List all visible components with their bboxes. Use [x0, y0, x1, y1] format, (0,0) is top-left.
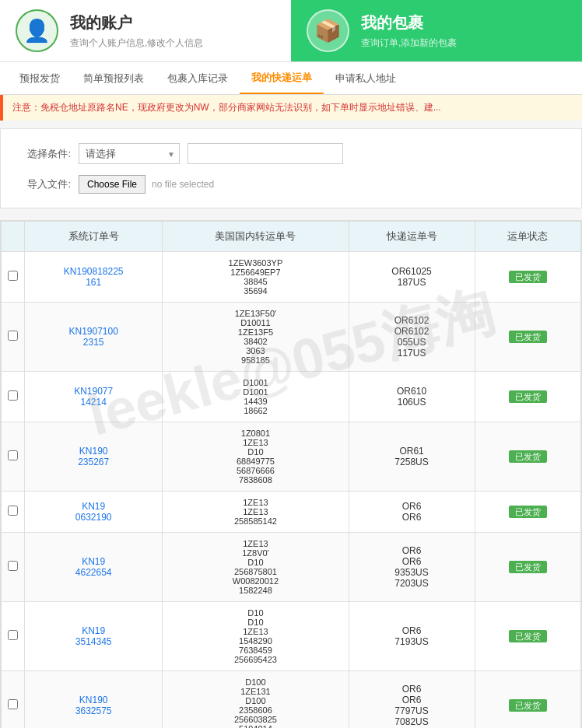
- order-number-cell: KN190818225 161: [25, 252, 163, 303]
- order-number-cell: KN19 0632190: [25, 492, 163, 533]
- domestic-number: 1ZE13F50': [235, 309, 276, 318]
- nav-item-warehouse[interactable]: 包裹入库记录: [156, 64, 240, 93]
- file-name-label: no file selected: [152, 179, 214, 190]
- express-number: OR6102: [394, 315, 429, 326]
- table-row: KN19 3514345D10D101ZE1315482907638459256…: [2, 602, 581, 671]
- express-number-cell: OR6OR6: [349, 492, 475, 533]
- status-badge: 已发货: [509, 699, 547, 712]
- express-number-cell: OR6102OR6102055US117US: [349, 303, 475, 372]
- nav-item-preshipment[interactable]: 预报发货: [8, 64, 72, 93]
- express-number-cell: OR67193US: [349, 602, 475, 671]
- account-title: 我的账户: [70, 12, 203, 33]
- domestic-number: 18662: [244, 406, 268, 415]
- express-number-cell: OR610106US: [349, 372, 475, 422]
- col-express: 快递运单号: [349, 222, 475, 252]
- table-row: KN190 2352671Z08011ZE13D1068849775568766…: [2, 422, 581, 492]
- order-link-2[interactable]: 161: [86, 277, 101, 288]
- row-checkbox[interactable]: [8, 331, 18, 341]
- domestic-number-cell: 1ZE131Z8V0'D10256875801W008200121582248: [163, 533, 349, 602]
- row-checkbox-cell: [2, 252, 25, 303]
- nav-item-private-address[interactable]: 申请私人地址: [324, 64, 408, 93]
- file-row: 导入文件: Choose File no file selected: [16, 175, 566, 194]
- table-row: KN1907100 23151ZE13F50'D100111ZE13F53840…: [2, 303, 581, 372]
- domestic-number: 38845: [244, 277, 268, 286]
- row-checkbox[interactable]: [8, 630, 18, 640]
- status-cell: 已发货: [475, 372, 580, 422]
- express-number-cell: OR6OR69353US7203US: [349, 533, 475, 602]
- row-checkbox-cell: [2, 671, 25, 729]
- order-link[interactable]: KN190: [79, 446, 108, 457]
- express-number-cell: OR617258US: [349, 422, 475, 492]
- order-link-2[interactable]: 0632190: [75, 512, 112, 523]
- domestic-number: D10011: [240, 318, 271, 327]
- express-number: OR6: [402, 545, 422, 556]
- choose-file-button[interactable]: Choose File: [79, 175, 146, 194]
- order-number-cell: KN19077 14214: [25, 372, 163, 422]
- domestic-number: 1ZE13: [243, 627, 268, 636]
- express-number: 7203US: [394, 578, 428, 589]
- express-number-cell: OR6OR67797US7082US: [349, 671, 475, 729]
- order-link[interactable]: KN190: [79, 695, 108, 705]
- domestic-number: 1ZE13F5: [238, 327, 273, 337]
- order-link[interactable]: KN19: [82, 501, 105, 512]
- order-link[interactable]: KN19: [82, 625, 105, 636]
- row-checkbox-cell: [2, 303, 25, 372]
- domestic-number: 1582248: [239, 586, 272, 595]
- parcel-text: 我的包裹 查询订单,添加新的包裹: [361, 12, 457, 50]
- order-link[interactable]: KN190818225: [64, 266, 124, 277]
- domestic-number-cell: 1ZE131ZE13258585142: [163, 492, 349, 533]
- domestic-number: 1Z0801: [241, 429, 270, 438]
- order-link-2[interactable]: 4622654: [75, 567, 112, 578]
- domestic-number: D10: [247, 447, 263, 457]
- order-link[interactable]: KN19077: [74, 386, 113, 397]
- express-number: OR6102: [394, 326, 429, 337]
- express-number: OR6: [402, 684, 422, 695]
- row-checkbox[interactable]: [8, 450, 18, 460]
- col-status: 运单状态: [475, 222, 580, 252]
- express-number: 117US: [398, 348, 426, 359]
- order-link-2[interactable]: 14214: [80, 397, 106, 408]
- row-checkbox[interactable]: [8, 271, 18, 281]
- order-link[interactable]: KN19: [82, 556, 105, 567]
- order-link-2[interactable]: 2315: [83, 337, 104, 348]
- col-domestic: 美国国内转运单号: [163, 222, 349, 252]
- condition-select[interactable]: 请选择: [79, 143, 180, 164]
- filter-section: 选择条件: 请选择 ▼ 导入文件: Choose File no file se…: [0, 128, 582, 208]
- express-number: OR6: [402, 695, 422, 705]
- domestic-number: 1548290: [239, 636, 272, 646]
- my-account-section[interactable]: 👤 我的账户 查询个人账户信息,修改个人信息: [0, 0, 291, 61]
- domestic-number-cell: D1001ZE131D10023586062566038255194014: [163, 671, 349, 729]
- parcel-title: 我的包裹: [361, 12, 457, 33]
- status-badge: 已发货: [509, 331, 547, 343]
- domestic-number: 256695423: [234, 655, 277, 664]
- page-header: 👤 我的账户 查询个人账户信息,修改个人信息 📦 我的包裹 查询订单,添加新的包…: [0, 0, 582, 62]
- row-checkbox[interactable]: [8, 390, 18, 401]
- express-number: OR6: [402, 625, 422, 636]
- domestic-number: 1ZEW3603YP: [229, 258, 283, 268]
- row-checkbox[interactable]: [8, 561, 18, 571]
- order-link-2[interactable]: 235267: [78, 457, 109, 467]
- condition-input[interactable]: [188, 143, 343, 164]
- account-icon: 👤: [16, 9, 58, 52]
- row-checkbox[interactable]: [8, 699, 18, 709]
- nav-item-simple-list[interactable]: 简单预报列表: [72, 64, 156, 93]
- status-badge: 已发货: [509, 630, 547, 642]
- order-link-2[interactable]: 3514345: [75, 636, 112, 647]
- nav-item-express[interactable]: 我的快递运单: [240, 63, 324, 94]
- header-row: 系统订单号 美国国内转运单号 快递运单号 运单状态: [2, 222, 581, 252]
- my-parcel-section[interactable]: 📦 我的包裹 查询订单,添加新的包裹: [291, 0, 582, 61]
- domestic-number-cell: 1Z08011ZE13D1068849775568766667838608: [163, 422, 349, 492]
- domestic-number-cell: 1ZE13F50'D100111ZE13F5384023063958185: [163, 303, 349, 372]
- order-link[interactable]: KN1907100: [68, 326, 117, 337]
- order-link-2[interactable]: 3632575: [75, 705, 112, 716]
- domestic-number: D10: [247, 558, 263, 567]
- status-cell: 已发货: [475, 602, 580, 671]
- order-number-cell: KN1907100 2315: [25, 303, 163, 372]
- row-checkbox-cell: [2, 533, 25, 602]
- status-cell: 已发货: [475, 303, 580, 372]
- row-checkbox[interactable]: [8, 506, 18, 516]
- domestic-number: 1Z56649EP7: [230, 268, 280, 277]
- table-row: KN190818225 1611ZEW3603YP1Z56649EP738845…: [2, 252, 581, 303]
- express-number: 7193US: [394, 636, 428, 647]
- row-checkbox-cell: [2, 372, 25, 422]
